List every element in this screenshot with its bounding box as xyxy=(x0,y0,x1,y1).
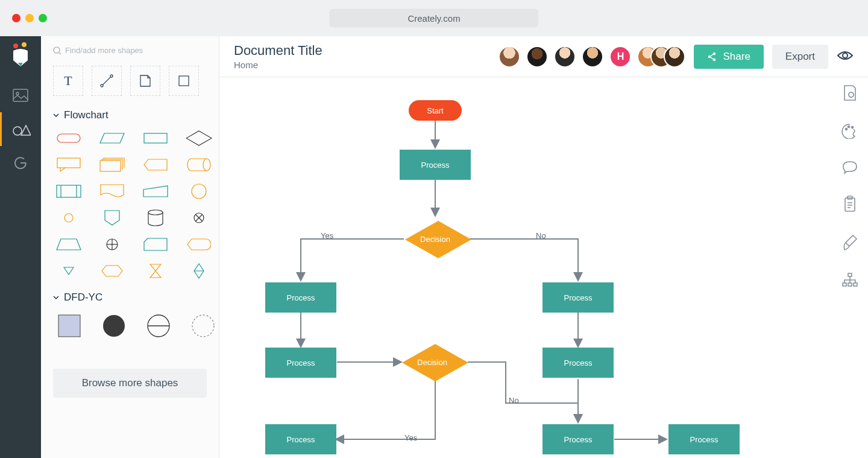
dfd-entity[interactable] xyxy=(55,312,83,340)
node-process-6[interactable]: Process xyxy=(265,424,336,454)
avatar-5[interactable]: H xyxy=(609,46,631,68)
page-tool[interactable] xyxy=(130,66,160,96)
shape-or[interactable] xyxy=(99,236,125,253)
node-start[interactable]: Start xyxy=(409,100,462,121)
avatar-3[interactable] xyxy=(554,46,576,68)
node-decision-2[interactable]: Decision xyxy=(402,344,462,380)
shape-collate[interactable] xyxy=(142,262,169,279)
node-process-3[interactable]: Process xyxy=(542,282,614,313)
shape-sort[interactable] xyxy=(186,262,212,279)
svg-point-6 xyxy=(101,84,103,87)
app-logo[interactable] xyxy=(10,42,31,66)
svg-point-1 xyxy=(22,42,27,47)
svg-point-4 xyxy=(13,127,22,135)
label-no-1: No xyxy=(536,231,546,240)
canvas[interactable]: Start Process Decision Yes No Process Pr… xyxy=(219,77,868,458)
svg-point-32 xyxy=(713,52,715,54)
rect-tool[interactable] xyxy=(169,66,199,96)
shape-cylinder-h[interactable] xyxy=(186,156,212,173)
shape-hexagon[interactable] xyxy=(99,262,125,279)
shape-trapezoid[interactable] xyxy=(55,236,82,253)
shape-callout[interactable] xyxy=(55,156,82,173)
svg-point-19 xyxy=(64,214,73,222)
svg-point-14 xyxy=(203,159,210,171)
dfd-toggle[interactable]: DFD-YC xyxy=(53,291,207,304)
nav-shapes-icon[interactable] xyxy=(0,112,41,146)
avatar-1[interactable] xyxy=(498,46,520,68)
clipboard-icon[interactable] xyxy=(843,196,857,215)
comment-icon[interactable] xyxy=(842,161,858,176)
maximize-window[interactable] xyxy=(39,14,47,22)
dfd-datastore[interactable] xyxy=(145,312,172,340)
svg-point-5 xyxy=(54,47,60,53)
svg-point-33 xyxy=(708,55,711,57)
label-yes-2: Yes xyxy=(404,433,417,442)
shapes-panel: Find/add more shapes T Flowchart xyxy=(41,36,219,458)
shape-tag[interactable] xyxy=(142,156,169,173)
node-process-8[interactable]: Process xyxy=(668,424,740,454)
node-process-2[interactable]: Process xyxy=(265,282,336,313)
shape-manual-input[interactable] xyxy=(142,183,169,200)
hierarchy-icon[interactable] xyxy=(841,273,858,290)
window-controls xyxy=(12,14,47,22)
palette-icon[interactable] xyxy=(841,123,858,141)
breadcrumb[interactable]: Home xyxy=(234,60,322,70)
node-process-4[interactable]: Process xyxy=(265,348,336,378)
shape-circle[interactable] xyxy=(186,183,212,200)
dfd-process-filled[interactable] xyxy=(100,312,128,340)
svg-rect-15 xyxy=(57,185,81,197)
node-process-7[interactable]: Process xyxy=(542,424,614,454)
line-tool[interactable] xyxy=(92,66,122,96)
shape-parallelogram[interactable] xyxy=(99,130,125,147)
label-no-2: No xyxy=(509,396,519,405)
dfd-section: DFD-YC xyxy=(53,291,207,340)
dfd-process-dashed[interactable] xyxy=(189,312,217,340)
page-settings-icon[interactable] xyxy=(842,84,858,104)
address-bar[interactable]: Creately.com xyxy=(329,9,538,28)
avatar-8[interactable] xyxy=(664,46,685,68)
nav-image-icon[interactable] xyxy=(0,78,41,112)
svg-rect-9 xyxy=(179,76,189,86)
svg-rect-13 xyxy=(100,161,121,171)
text-tool[interactable]: T xyxy=(53,66,83,96)
shape-stack[interactable] xyxy=(99,156,125,173)
svg-rect-53 xyxy=(843,283,846,286)
shape-connector-small[interactable] xyxy=(55,209,82,226)
nav-google-icon[interactable] xyxy=(0,146,41,180)
node-process-1[interactable]: Process xyxy=(400,150,471,180)
document-title[interactable]: Document Title xyxy=(234,43,322,59)
shape-terminator[interactable] xyxy=(55,130,82,147)
document-header: Document Title Home H xyxy=(219,36,868,77)
search-placeholder: Find/add more shapes xyxy=(65,46,143,55)
flowchart-toggle[interactable]: Flowchart xyxy=(53,109,207,121)
shape-card[interactable] xyxy=(142,236,169,253)
export-button[interactable]: Export xyxy=(772,45,828,69)
brush-icon[interactable] xyxy=(842,234,858,253)
share-button[interactable]: Share xyxy=(694,45,763,69)
svg-point-46 xyxy=(852,127,854,129)
svg-rect-55 xyxy=(854,283,857,286)
close-window[interactable] xyxy=(12,14,20,22)
avatar-2[interactable] xyxy=(526,46,548,68)
shape-merge[interactable] xyxy=(55,262,82,279)
minimize-window[interactable] xyxy=(25,14,34,22)
shape-diamond[interactable] xyxy=(186,130,212,147)
shape-cylinder-v[interactable] xyxy=(142,209,169,226)
shape-display[interactable] xyxy=(186,236,212,253)
shape-rectangle[interactable] xyxy=(142,130,169,147)
flowchart-section: Flowchart xyxy=(53,109,207,279)
browse-shapes-button[interactable]: Browse more shapes xyxy=(53,369,207,398)
svg-line-7 xyxy=(103,77,111,85)
node-process-5[interactable]: Process xyxy=(542,348,614,378)
shape-subprocess[interactable] xyxy=(55,183,82,200)
node-decision-1[interactable]: Decision xyxy=(405,221,465,257)
shape-search[interactable]: Find/add more shapes xyxy=(53,46,207,55)
shape-document[interactable] xyxy=(99,183,125,200)
svg-point-18 xyxy=(192,184,206,199)
shape-offpage[interactable] xyxy=(99,209,125,226)
svg-rect-2 xyxy=(13,89,28,101)
shape-sum[interactable] xyxy=(186,209,212,226)
svg-rect-47 xyxy=(845,198,855,211)
avatar-4[interactable] xyxy=(582,46,603,68)
svg-point-20 xyxy=(148,210,163,215)
